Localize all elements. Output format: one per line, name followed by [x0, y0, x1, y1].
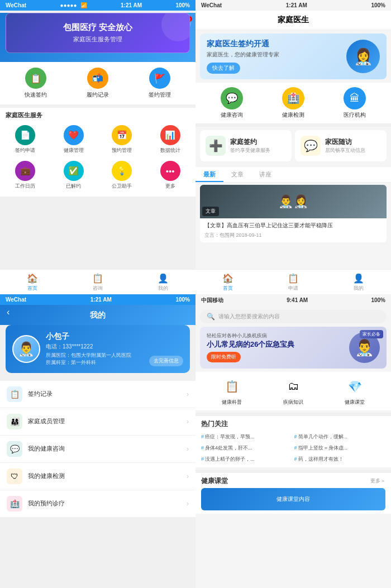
arrow-icon-2: ›	[187, 445, 189, 453]
tab-article[interactable]: 文章	[223, 167, 251, 182]
panel-family-doctor: WeChat 1:21 AM 100% 家庭医生 家庭医生签约开通 家庭医生，您…	[196, 0, 391, 294]
sr-disease[interactable]: 🗂 疾病知识	[283, 376, 303, 406]
banner-subtitle: 家庭医生服务管理	[13, 35, 183, 44]
menu-signup-record[interactable]: 📋 签约记录 ›	[0, 381, 196, 408]
search-bar[interactable]: 🔍 请输入您想要搜索的内容	[200, 310, 387, 323]
hot-item-1[interactable]: 简单几个动作，缓解...	[294, 432, 386, 442]
menu-icon-appt: 🏥	[7, 496, 22, 511]
profile-edit-btn[interactable]: 去完善信息	[149, 356, 183, 366]
nav-apply-p2[interactable]: 📋 申请	[288, 273, 299, 292]
sr-health-popular[interactable]: 📋 健康科普	[222, 376, 242, 406]
svc-signup-apply[interactable]: 📄 签约申请	[2, 123, 49, 156]
nav-mine-p1[interactable]: 👤 我的	[158, 273, 169, 292]
nav-home-p2[interactable]: 🏠 首页	[222, 273, 233, 292]
article-preview[interactable]: 👨‍⚕️👩‍⚕️ 文章 【文章】高血压有三伯早上记住这三要才能平稳降压 立言：包…	[200, 185, 387, 242]
time-p4: 9:41 AM	[287, 297, 308, 303]
svc-data-stats[interactable]: 📊 数据统计	[147, 123, 194, 156]
icon-health-consult[interactable]: 💬 健康咨询	[221, 87, 243, 119]
p4-banner-title: 小儿常见病的26个应急宝典	[207, 340, 349, 350]
services-title: 家庭医生服务	[0, 108, 196, 121]
fc-family-signup[interactable]: ➕ 家庭签约 签约享受健康服务	[200, 130, 292, 161]
menu-list: 📋 签约记录 › 👨‍👩‍👧 家庭成员管理 › 💬 我的健康咨询 › 🛡 我的健…	[0, 381, 196, 518]
svc-more[interactable]: ••• 更多	[147, 159, 194, 192]
sr-health-class[interactable]: 💎 健康课堂	[345, 376, 365, 406]
menu-label-signup: 签约记录	[28, 390, 181, 398]
qa-signup-mgmt[interactable]: 🚩 签约管理	[149, 68, 171, 99]
menu-appt[interactable]: 🏥 我的预约诊疗 ›	[0, 490, 196, 518]
fc-sub-visit: 居民畅享互动信息	[325, 147, 365, 154]
svc-appt-mgmt[interactable]: 📅 预约管理	[99, 123, 145, 156]
svc-work-calendar[interactable]: 💼 工作日历	[2, 159, 49, 192]
profile-phone: 电话：133****1222	[46, 343, 183, 351]
consult-icon: 💬	[221, 87, 243, 109]
menu-icon-signup: 📋	[7, 386, 22, 402]
check-label: 健康检测	[282, 111, 304, 119]
p2-page-title: 家庭医生	[196, 11, 391, 30]
battery-p1: 100%	[175, 2, 190, 8]
health-more[interactable]: 更多＞	[370, 477, 385, 485]
p2-banner-img: 👩‍⚕️	[346, 40, 380, 73]
battery-p3: 100%	[175, 297, 190, 303]
fc-title-visit: 家医随访	[325, 137, 365, 147]
qa-quick-signup[interactable]: 📋 快速签约	[25, 68, 47, 99]
fc-icon-signup: ➕	[206, 136, 226, 156]
svc-signed[interactable]: ✅ 已解约	[51, 159, 97, 192]
svc-health-mgmt[interactable]: ❤️ 健康管理	[51, 123, 97, 156]
status-bar-p2: WeChat 1:21 AM 100%	[196, 0, 391, 11]
p2-banner-btn[interactable]: 快去了解	[207, 63, 240, 74]
nav-home-label-p1: 首页	[27, 285, 37, 292]
hot-item-3[interactable]: 指甲上竖纹＝身体虚...	[294, 443, 386, 453]
consult-icon-p1: 📋	[92, 273, 103, 284]
nav-mine-p2[interactable]: 👤 我的	[353, 273, 364, 292]
nav-mine-label-p1: 我的	[158, 285, 168, 292]
icon-health-check[interactable]: 🏥 健康检测	[282, 87, 304, 119]
panel-health-app: 中国移动 9:41 AM 100% 🔍 请输入您想要搜索的内容 轻松应对各种小儿…	[196, 294, 391, 589]
svc-public-health[interactable]: 💡 公卫助手	[99, 159, 145, 192]
svc-icon-2: 📅	[112, 125, 132, 145]
hot-item-2[interactable]: 身体4处发黑，肝不...	[201, 443, 293, 453]
nav-consult-label-p1: 咨询	[93, 285, 103, 292]
menu-family-member[interactable]: 👨‍👩‍👧 家庭成员管理 ›	[0, 408, 196, 436]
svc-icon-3: 📊	[160, 125, 180, 145]
qa-icon-mgmt: 🚩	[149, 68, 170, 89]
hot-item-4[interactable]: 没遇上精子的卵子，...	[201, 455, 293, 464]
tab-lecture[interactable]: 讲座	[251, 167, 279, 182]
qa-signup-record[interactable]: 📬 履约记录	[87, 68, 109, 99]
p2-banner: 家庭医生签约开通 家庭医生，您的健康管理专家 快去了解 👩‍⚕️	[200, 34, 387, 79]
p4-banner: 轻松应对各种小儿换机疾病 小儿常见病的26个应急宝典 限时免费听 家长必备 👨‍…	[200, 327, 387, 369]
p2-title-text: 家庭医生	[278, 15, 309, 24]
bottom-nav-p2: 🏠 首页 📋 申请 👤 我的	[196, 269, 391, 294]
p2-banner-left: 家庭医生签约开通 家庭医生，您的健康管理专家 快去了解	[207, 39, 346, 74]
status-bar-p1: WeChat ●●●●● 📶 1:21 AM 100%	[0, 0, 196, 11]
org-label: 医疗机构	[344, 111, 366, 119]
menu-health-consult[interactable]: 💬 我的健康咨询 ›	[0, 436, 196, 463]
svc-label-2: 预约管理	[112, 147, 132, 154]
qa-icon-signup: 📋	[25, 68, 46, 89]
health-section: 健康课堂 更多＞ 健康课堂内容	[196, 473, 391, 514]
p4-banner-btn[interactable]: 限时免费听	[207, 352, 241, 362]
nav-consult-p1[interactable]: 📋 咨询	[92, 273, 103, 292]
menu-icon-check: 🛡	[7, 469, 22, 484]
carrier-p2: WeChat	[201, 2, 222, 8]
menu-label-family: 家庭成员管理	[28, 417, 181, 426]
battery-p4: 100%	[371, 297, 385, 303]
tab-latest[interactable]: 最新	[196, 167, 223, 182]
profile-avatar: 👨‍⚕️	[12, 335, 40, 363]
p1-header: 🔊 3 包围医疗 安全放心 家庭医生服务管理	[0, 13, 196, 62]
time-p2: 1:21 AM	[286, 2, 307, 8]
hot-item-0[interactable]: 癌症：早发现，早预...	[201, 432, 293, 442]
p3-header: ‹ 我的	[0, 305, 196, 325]
menu-health-check[interactable]: 🛡 我的健康检测 ›	[0, 463, 196, 490]
mine-icon-p2: 👤	[353, 273, 364, 284]
article-title: 【文章】高血压有三伯早上记住这三要才能平稳降压	[200, 218, 387, 231]
quick-actions: 📋 快速签约 📬 履约记录 🚩 签约管理	[0, 62, 196, 104]
icon-medical-org[interactable]: 🏛 医疗机构	[344, 87, 366, 119]
home-icon-p1: 🏠	[27, 273, 38, 284]
apply-icon-p2: 📋	[288, 273, 299, 284]
panel-profile: WeChat 1:21 AM 100% ‹ 我的 👨‍⚕️ 小包子 电话：133…	[0, 294, 196, 589]
nav-home-p1[interactable]: 🏠 首页	[27, 273, 38, 292]
disease-icon: 🗂	[283, 376, 303, 396]
fc-family-visit[interactable]: 💬 家医随访 居民畅享互动信息	[295, 130, 387, 161]
svc-icon-0: 📄	[15, 125, 35, 145]
hot-item-5[interactable]: 药，这样用才有效！	[294, 455, 386, 464]
